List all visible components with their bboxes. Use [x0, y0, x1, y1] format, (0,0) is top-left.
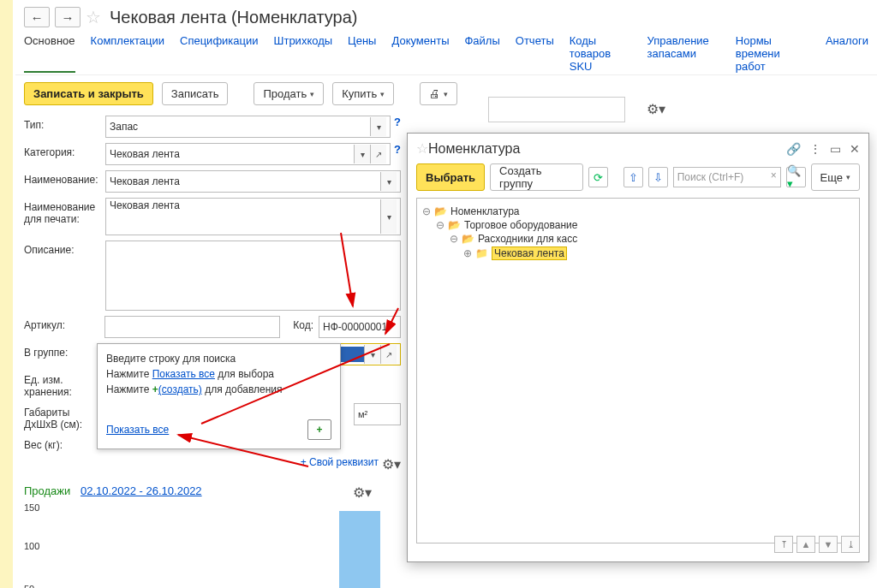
dropdown-icon[interactable]: ▾	[380, 199, 397, 234]
gear-icon[interactable]: ⚙▾	[353, 484, 372, 501]
weight-label: Вес (кг):	[24, 436, 105, 451]
name-field[interactable]: Чековая лента▾	[105, 170, 401, 193]
link-icon[interactable]: 🔗	[786, 142, 801, 156]
group-label: В группе:	[24, 343, 105, 359]
goto-top-button[interactable]: ⤒	[774, 536, 793, 553]
description-field[interactable]	[105, 241, 401, 311]
show-all-link[interactable]: Показать все	[106, 424, 169, 436]
folder-icon: 📂	[448, 219, 461, 231]
goto-bottom-button[interactable]: ⤓	[841, 536, 860, 553]
search-button[interactable]: 🔍▾	[786, 167, 806, 187]
show-all-inline-link[interactable]: Показать все	[152, 368, 215, 380]
nomenclature-tree[interactable]: ⊖📂Номенклатура ⊖📂Торговое оборудование ⊖…	[416, 198, 860, 543]
dropdown-icon[interactable]: ▾	[354, 145, 370, 163]
gear-icon[interactable]: ⚙▾	[382, 456, 401, 472]
save-button[interactable]: Записать	[162, 82, 229, 105]
tab-kits[interactable]: Комплектации	[91, 34, 164, 73]
sell-button[interactable]: Продать▾	[254, 82, 324, 105]
sales-date-range[interactable]: 02.10.2022 - 26.10.2022	[81, 484, 202, 497]
collapse-icon[interactable]: ⊖	[450, 233, 458, 245]
tab-sku[interactable]: Коды товаров SKU	[570, 34, 632, 73]
clear-icon[interactable]: ×	[771, 169, 777, 181]
create-group-button[interactable]: Создать группу	[490, 163, 583, 191]
sales-chart: 150 100 50 10	[24, 502, 384, 588]
move-up-button[interactable]: ⇧	[623, 167, 643, 187]
window-icon[interactable]: ▭	[830, 142, 841, 156]
dropdown-tip-showall: Нажмите Показать все для выбора	[106, 368, 331, 380]
tree-item[interactable]: ⊖📂Торговое оборудование	[436, 219, 854, 231]
code-field[interactable]: НФ-00000001	[319, 316, 401, 338]
add-requisite-link[interactable]: + Свой реквизит	[105, 456, 382, 468]
left-yellow-strip	[0, 0, 13, 588]
favorite-star-icon[interactable]: ☆	[416, 140, 428, 157]
print-name-field[interactable]: Чековая лента▾	[105, 198, 401, 235]
go-down-button[interactable]: ▼	[819, 536, 838, 553]
tree-item[interactable]: ⊖📂Расходники для касс	[450, 233, 854, 245]
dims-unit-field[interactable]: м²	[354, 403, 401, 425]
tab-specs[interactable]: Спецификации	[180, 34, 259, 73]
tab-analogs[interactable]: Аналоги	[826, 34, 868, 73]
dropdown-tip-search: Введите строку для поиска	[106, 353, 331, 365]
tab-main[interactable]: Основное	[24, 34, 75, 73]
page-title: Чековая лента (Номенклатура)	[110, 8, 357, 27]
favorite-star-icon[interactable]: ☆	[86, 7, 101, 27]
refresh-button[interactable]: ⟳	[588, 167, 608, 187]
move-down-button[interactable]: ⇩	[648, 167, 668, 187]
help-icon[interactable]: ?	[394, 143, 401, 156]
save-and-close-button[interactable]: Записать и закрыть	[24, 82, 153, 105]
more-button[interactable]: Еще▾	[811, 163, 860, 191]
dropdown-icon[interactable]: ▾	[364, 345, 380, 364]
category-field[interactable]: Чековая лента▾↗	[105, 143, 391, 165]
chart-bar	[339, 511, 380, 588]
print-icon: 🖨	[429, 87, 440, 100]
gear-icon[interactable]: ⚙▾	[647, 101, 665, 117]
print-button[interactable]: 🖨▾	[420, 82, 457, 105]
tab-docs[interactable]: Документы	[391, 34, 449, 73]
collapse-icon[interactable]: ⊖	[422, 205, 431, 217]
tab-prices[interactable]: Цены	[348, 34, 376, 73]
dims-label: Габариты ДхШхВ (см):	[24, 403, 105, 431]
buy-button[interactable]: Купить▾	[332, 82, 394, 105]
sales-heading: Продажи	[24, 484, 70, 497]
search-input[interactable]: Поиск (Ctrl+F)×	[673, 167, 781, 187]
select-button[interactable]: Выбрать	[416, 163, 485, 191]
add-button[interactable]: +	[307, 419, 331, 440]
name-label: Наименование:	[24, 170, 105, 186]
dropdown-icon[interactable]: ▾	[370, 117, 386, 136]
chevron-down-icon: ▾	[310, 90, 314, 98]
tree-root[interactable]: ⊖📂Номенклатура	[422, 205, 854, 217]
tab-reports[interactable]: Отчеты	[516, 34, 554, 73]
close-icon[interactable]: ✕	[850, 142, 860, 156]
tree-item-selected[interactable]: ⊕📁Чековая лента	[463, 246, 854, 260]
tab-barcodes[interactable]: Штрихкоды	[274, 34, 333, 73]
open-icon[interactable]: ↗	[370, 145, 386, 163]
collapse-icon[interactable]: ⊖	[436, 219, 444, 231]
panel-title: Номенклатура	[428, 141, 786, 157]
expand-icon[interactable]: ⊕	[463, 247, 472, 259]
tab-files[interactable]: Файлы	[464, 34, 499, 73]
create-inline-link[interactable]: (создать)	[158, 383, 202, 395]
folder-icon: 📂	[462, 233, 474, 245]
tab-worktime[interactable]: Нормы времени работ	[736, 34, 810, 73]
forward-button[interactable]: →	[55, 7, 81, 27]
tab-bar: Основное Комплектации Спецификации Штрих…	[15, 27, 877, 75]
dropdown-tip-create: Нажмите +(создать) для добавления	[106, 383, 331, 395]
description-label: Описание:	[24, 241, 105, 256]
nomenclature-panel: ☆ Номенклатура 🔗 ⋮ ▭ ✕ Выбрать Создать г…	[407, 133, 869, 562]
help-icon[interactable]: ?	[394, 116, 401, 128]
panel-footer-nav: ⤒ ▲ ▼ ⤓	[774, 536, 860, 553]
more-icon[interactable]: ⋮	[809, 142, 821, 156]
back-button[interactable]: ←	[24, 7, 50, 27]
article-field[interactable]	[104, 316, 280, 338]
folder-icon: 📂	[434, 205, 447, 217]
go-up-button[interactable]: ▲	[796, 536, 815, 553]
article-label: Артикул:	[24, 316, 104, 331]
plus-icon: +	[152, 383, 158, 395]
chevron-down-icon: ▾	[444, 90, 448, 98]
print-name-label: Наименование для печати:	[24, 198, 105, 225]
open-icon[interactable]: ↗	[380, 345, 397, 364]
dropdown-icon[interactable]: ▾	[380, 172, 397, 191]
tab-stock[interactable]: Управление запасами	[647, 34, 720, 73]
group-dropdown-popup: Введите строку для поиска Нажмите Показа…	[97, 343, 341, 449]
type-field[interactable]: Запас▾	[105, 116, 391, 138]
